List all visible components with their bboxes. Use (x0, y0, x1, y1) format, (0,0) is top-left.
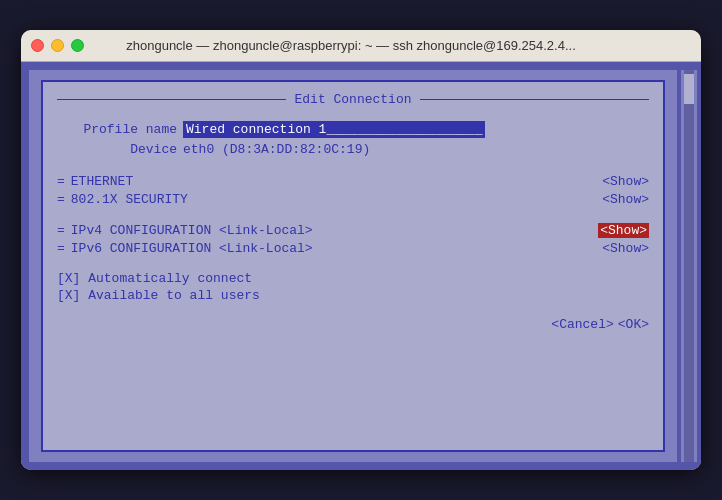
scrollbar-thumb[interactable] (684, 74, 694, 104)
title-line-left (57, 99, 286, 100)
auto-connect-checkbox[interactable]: [X] Automatically connect (57, 271, 649, 286)
ipv4-section-row: = IPv4 CONFIGURATION <Link-Local> <Show> (57, 223, 649, 238)
dialog-title: Edit Connection (286, 92, 419, 107)
8021x-section-row: = 802.1X SECURITY <Show> (57, 192, 649, 207)
cancel-button[interactable]: <Cancel> (551, 317, 613, 332)
terminal-window: zhonguncle — zhonguncle@raspberrypi: ~ —… (21, 30, 701, 470)
ethernet-section-row: = ETHERNET <Show> (57, 174, 649, 189)
ipv6-label: IPv6 CONFIGURATION <Link-Local> (71, 241, 602, 256)
terminal-content: Edit Connection Profile name Wired conne… (29, 70, 677, 462)
terminal-area: Edit Connection Profile name Wired conne… (21, 62, 701, 470)
device-label: Device (57, 142, 177, 157)
dialog-titlebar: Edit Connection (57, 92, 649, 107)
ok-button[interactable]: <OK> (618, 317, 649, 332)
profile-name-row: Profile name Wired connection 1_________… (57, 121, 649, 138)
edit-connection-dialog: Edit Connection Profile name Wired conne… (41, 80, 665, 452)
ipv6-section-row: = IPv6 CONFIGURATION <Link-Local> <Show> (57, 241, 649, 256)
device-value: eth0 (D8:3A:DD:82:0C:19) (183, 142, 370, 157)
8021x-show-button[interactable]: <Show> (602, 192, 649, 207)
scrollbar-track (684, 70, 694, 462)
8021x-label: 802.1X SECURITY (71, 192, 602, 207)
ethernet-label: ETHERNET (71, 174, 602, 189)
device-row: Device eth0 (D8:3A:DD:82:0C:19) (57, 142, 649, 157)
8021x-icon: = (57, 192, 65, 207)
available-users-checkbox[interactable]: [X] Available to all users (57, 288, 649, 303)
ipv6-show-button[interactable]: <Show> (602, 241, 649, 256)
window-title: zhonguncle — zhonguncle@raspberrypi: ~ —… (21, 38, 691, 53)
profile-name-label: Profile name (57, 122, 177, 137)
bottom-buttons: <Cancel> <OK> (57, 317, 649, 332)
profile-name-input[interactable]: Wired connection 1____________________ (183, 121, 485, 138)
titlebar: zhonguncle — zhonguncle@raspberrypi: ~ —… (21, 30, 701, 62)
ipv4-icon: = (57, 223, 65, 238)
ethernet-show-button[interactable]: <Show> (602, 174, 649, 189)
ipv4-show-button[interactable]: <Show> (598, 223, 649, 238)
ipv6-icon: = (57, 241, 65, 256)
scrollbar[interactable] (681, 70, 697, 462)
title-line-right (420, 99, 649, 100)
ipv4-label: IPv4 CONFIGURATION <Link-Local> (71, 223, 598, 238)
ethernet-icon: = (57, 174, 65, 189)
